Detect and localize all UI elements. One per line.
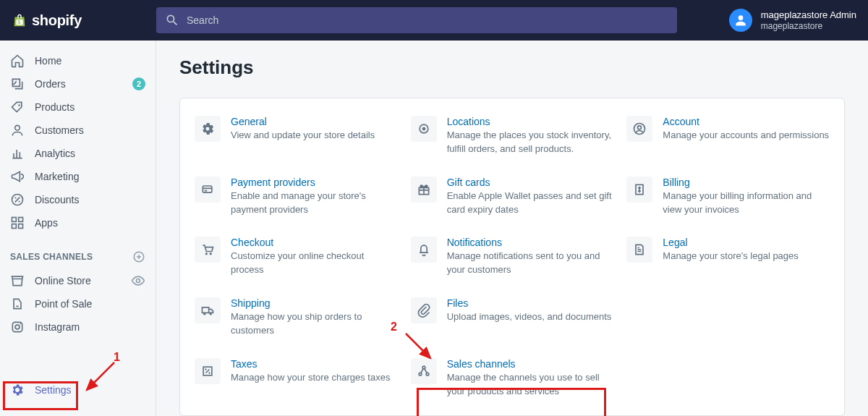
megaphone-icon <box>10 169 25 184</box>
legal-icon <box>632 242 647 257</box>
svg-rect-9 <box>12 224 17 229</box>
svg-point-3 <box>15 125 20 130</box>
truck-icon <box>200 303 215 318</box>
section-header-label: SALES CHANNELS <box>10 252 93 262</box>
search-input[interactable] <box>187 14 668 26</box>
sidebar-channel-online-store[interactable]: Online Store <box>0 269 156 292</box>
sidebar-item-label: Instagram <box>35 321 80 333</box>
tile-title: Account <box>663 116 830 127</box>
location-icon <box>417 122 431 136</box>
svg-point-24 <box>210 253 212 255</box>
tile-files[interactable]: FilesUpload images, videos, and document… <box>409 296 616 339</box>
tile-title: Legal <box>663 237 830 248</box>
sidebar-channel-pos[interactable]: Point of Sale <box>0 292 156 315</box>
bell-icon <box>417 242 431 257</box>
svg-point-30 <box>422 366 425 369</box>
shopify-bag-icon: S <box>12 12 27 29</box>
sidebar-item-apps[interactable]: Apps <box>0 211 156 234</box>
sidebar-item-label: Online Store <box>35 275 91 286</box>
instagram-icon <box>10 320 25 334</box>
tile-shipping[interactable]: ShippingManage how you ship orders to cu… <box>193 296 399 339</box>
tile-general[interactable]: GeneralView and update your store detail… <box>193 114 399 158</box>
tile-desc: Enable and manage your store's payment p… <box>231 190 398 217</box>
search-bar[interactable] <box>156 7 677 33</box>
tile-desc: Customize your online checkout process <box>231 250 398 277</box>
add-channel-icon[interactable] <box>132 250 145 263</box>
tile-title: Files <box>447 297 614 309</box>
channels-icon <box>417 364 431 378</box>
sidebar-item-home[interactable]: Home <box>0 49 156 72</box>
sidebar-item-discounts[interactable]: Discounts <box>0 188 156 211</box>
taxes-icon <box>200 364 215 378</box>
orders-badge: 2 <box>132 77 145 90</box>
tile-title: Taxes <box>231 358 398 370</box>
payment-icon <box>200 182 215 197</box>
tile-checkout[interactable]: CheckoutCustomize your online checkout p… <box>193 235 399 279</box>
account-menu[interactable]: mageplazastore Admin mageplazastore <box>729 9 856 32</box>
tile-desc: Enable Apple Wallet passes and set gift … <box>447 190 614 217</box>
view-store-icon[interactable] <box>131 273 145 288</box>
topbar: S shopify mageplazastore Admin mageplaza… <box>0 0 868 41</box>
tile-title: Notifications <box>447 237 614 248</box>
brand-name: shopify <box>32 12 82 29</box>
search-icon <box>165 13 179 27</box>
user-icon <box>733 13 748 27</box>
tile-title: Checkout <box>231 237 398 248</box>
sidebar-item-label: Home <box>35 55 61 67</box>
sidebar-item-orders[interactable]: Orders 2 <box>0 72 156 95</box>
gift-icon <box>417 182 431 197</box>
svg-point-31 <box>419 373 422 375</box>
sidebar-item-analytics[interactable]: Analytics <box>0 142 156 165</box>
tile-desc: Manage your billing information and view… <box>663 190 830 217</box>
sidebar-item-label: Orders <box>35 78 66 90</box>
tile-payment-providers[interactable]: Payment providersEnable and manage your … <box>193 175 399 218</box>
tile-desc: View and update your store details <box>231 129 398 143</box>
tile-title: Sales channels <box>447 358 614 370</box>
svg-point-12 <box>137 279 140 283</box>
sidebar-item-label: Marketing <box>35 171 79 182</box>
sidebar-item-label: Apps <box>35 217 58 229</box>
settings-card: GeneralView and update your store detail… <box>179 98 845 416</box>
tile-taxes[interactable]: TaxesManage how your store charges taxes <box>193 357 399 400</box>
tile-account[interactable]: AccountManage your accounts and permissi… <box>625 114 831 158</box>
svg-rect-20 <box>203 186 212 192</box>
tile-title: Payment providers <box>231 177 398 188</box>
svg-point-6 <box>18 200 20 202</box>
annotation-box-2 <box>417 388 606 416</box>
svg-point-32 <box>426 373 429 375</box>
svg-point-19 <box>638 126 642 130</box>
tile-billing[interactable]: BillingManage your billing information a… <box>625 175 831 218</box>
tile-desc: Manage how you ship orders to customers <box>231 310 398 338</box>
billing-icon <box>632 182 647 197</box>
sidebar-item-products[interactable]: Products <box>0 95 156 119</box>
tile-legal[interactable]: LegalManage your store's legal pages <box>625 235 831 279</box>
svg-point-23 <box>205 253 208 255</box>
svg-point-29 <box>209 372 210 373</box>
customer-icon <box>10 123 25 137</box>
pos-icon <box>10 297 25 311</box>
sidebar-item-label: Discounts <box>35 194 79 205</box>
sidebar-item-marketing[interactable]: Marketing <box>0 165 156 188</box>
sidebar-item-customers[interactable]: Customers <box>0 119 156 142</box>
tag-icon <box>10 100 25 114</box>
svg-point-26 <box>210 313 212 315</box>
tile-desc: Upload images, videos, and documents <box>447 310 614 324</box>
tile-desc: Manage how your store charges taxes <box>231 371 398 385</box>
tile-locations[interactable]: LocationsManage the places you stock inv… <box>409 114 616 158</box>
sidebar-item-label: Analytics <box>35 148 75 159</box>
sidebar-item-label: Customers <box>35 124 84 136</box>
svg-point-17 <box>422 127 425 130</box>
account-store: mageplazastore <box>761 21 856 31</box>
tile-gift-cards[interactable]: Gift cardsEnable Apple Wallet passes and… <box>409 175 616 218</box>
svg-point-15 <box>20 323 21 325</box>
account-icon <box>632 122 647 136</box>
brand-logo[interactable]: S shopify <box>12 12 156 29</box>
tile-notifications[interactable]: NotificationsManage notifications sent t… <box>409 235 616 279</box>
tile-title: Billing <box>663 177 830 188</box>
svg-point-14 <box>15 325 20 329</box>
svg-rect-7 <box>12 218 17 222</box>
sidebar-channel-instagram[interactable]: Instagram <box>0 315 156 339</box>
svg-rect-8 <box>19 218 23 222</box>
tile-desc: Manage the places you stock inventory, f… <box>447 129 614 156</box>
sidebar-item-label: Point of Sale <box>35 298 92 310</box>
